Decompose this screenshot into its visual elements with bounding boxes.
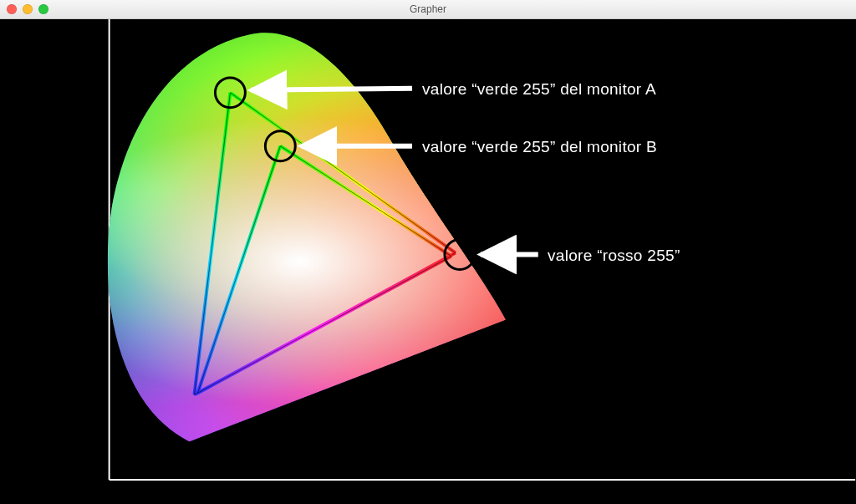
zoom-icon[interactable]: [38, 4, 48, 14]
label-green-a: valore “verde 255” del monitor A: [422, 80, 656, 99]
label-red: valore “rosso 255”: [548, 247, 680, 265]
window-title: Grapher: [0, 3, 856, 15]
minimize-icon[interactable]: [23, 4, 33, 14]
arrow-green-a: [251, 89, 412, 90]
app-window: Grapher: [0, 0, 856, 504]
close-icon[interactable]: [7, 4, 17, 14]
traffic-lights: [7, 4, 48, 14]
label-green-b: valore “verde 255” del monitor B: [422, 138, 657, 156]
titlebar[interactable]: Grapher: [0, 0, 856, 19]
plot-area: valore “verde 255” del monitor A valore …: [0, 19, 856, 504]
